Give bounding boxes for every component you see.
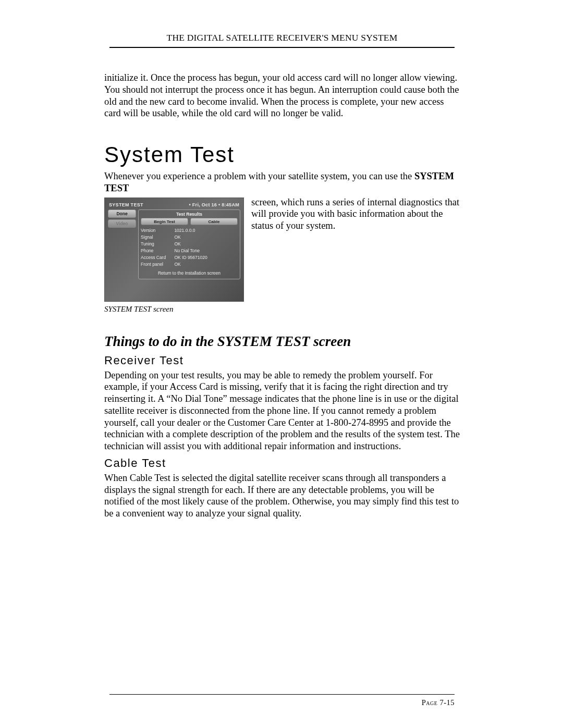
intro-paragraph: initialize it. Once the process has begu… xyxy=(104,72,460,119)
heading-system-test: System Test xyxy=(104,142,460,167)
panel-button-row: Begin Test Cable xyxy=(141,218,238,225)
result-val: OK xyxy=(174,262,180,267)
result-row: Tuning OK xyxy=(141,241,238,248)
result-key: Front panel xyxy=(141,261,173,268)
result-val: No Dial Tone xyxy=(174,248,200,253)
panel-title: Test Results xyxy=(141,212,238,218)
receiver-test-body: Depending on your test results, you may … xyxy=(104,369,460,452)
result-row: Signal OK xyxy=(141,234,238,241)
result-row: Front panel OK xyxy=(141,261,238,268)
tab-done: Done xyxy=(108,209,136,218)
system-test-lead: Whenever you experience a problem with y… xyxy=(104,170,460,194)
screenshot-panel: Test Results Begin Test Cable Version 10… xyxy=(138,209,240,279)
cable-test-body: When Cable Test is selected the digital … xyxy=(104,472,460,520)
result-key: Signal xyxy=(141,234,173,241)
running-head: THE DIGITAL SATELLITE RECEIVER'S MENU SY… xyxy=(104,32,460,47)
cable-button: Cable xyxy=(190,218,238,225)
figure: SYSTEM TEST Fri, Oct 16 • 8:45AM Done Vi… xyxy=(104,198,244,314)
heading-things-to-do: Things to do in the SYSTEM TEST screen xyxy=(104,334,460,350)
screenshot-datetime: Fri, Oct 16 • 8:45AM xyxy=(189,202,239,207)
screenshot-body: Done Video Test Results Begin Test Cable… xyxy=(105,209,243,282)
result-row: Access Card OK ID 95671020 xyxy=(141,254,238,261)
heading-cable-test: Cable Test xyxy=(104,456,460,470)
lead-text-pre: Whenever you experience a problem with y… xyxy=(104,171,414,181)
result-row: Phone No Dial Tone xyxy=(141,248,238,254)
result-val: OK ID 95671020 xyxy=(174,255,207,260)
page: THE DIGITAL SATELLITE RECEIVER'S MENU SY… xyxy=(0,0,563,728)
screenshot-left-tabs: Done Video xyxy=(108,209,136,279)
result-row: Version 1021.0.0.0 xyxy=(141,227,238,234)
result-key: Tuning xyxy=(141,241,173,248)
screenshot-title: SYSTEM TEST xyxy=(109,202,143,207)
heading-receiver-test: Receiver Test xyxy=(104,354,460,367)
figure-caption: SYSTEM TEST screen xyxy=(104,305,244,314)
page-number-value: 7-15 xyxy=(439,698,455,707)
page-number: Page 7-15 xyxy=(422,698,455,707)
result-key: Version xyxy=(141,227,173,234)
result-key: Phone xyxy=(141,248,173,254)
header-rule xyxy=(109,47,455,48)
footer-rule xyxy=(109,694,455,695)
result-val: OK xyxy=(174,235,180,240)
result-val: 1021.0.0.0 xyxy=(174,228,195,233)
tab-video: Video xyxy=(108,219,136,228)
result-key: Access Card xyxy=(141,254,173,261)
figure-and-wrap: SYSTEM TEST Fri, Oct 16 • 8:45AM Done Vi… xyxy=(104,196,460,314)
result-val: OK xyxy=(174,241,180,246)
screenshot-titlebar: SYSTEM TEST Fri, Oct 16 • 8:45AM xyxy=(105,198,243,209)
page-label: Page xyxy=(422,698,438,707)
screenshot-system-test: SYSTEM TEST Fri, Oct 16 • 8:45AM Done Vi… xyxy=(104,198,244,302)
begin-test-button: Begin Test xyxy=(141,218,188,225)
screenshot-footer: Return to the Installation screen xyxy=(141,268,238,277)
